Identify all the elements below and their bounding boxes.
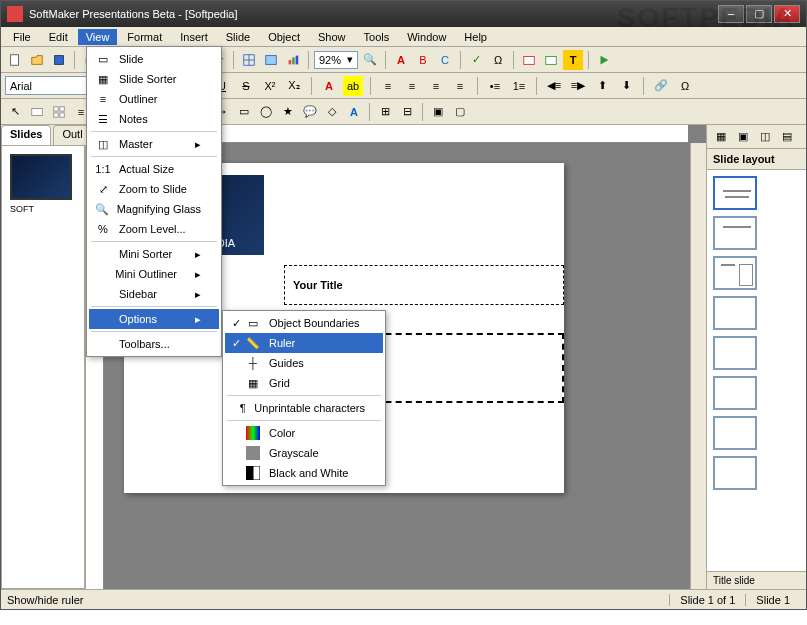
opt-guides[interactable]: ┼Guides	[225, 353, 383, 373]
close-button[interactable]: ✕	[774, 5, 800, 23]
menu-slide[interactable]: Slide	[218, 29, 258, 45]
sidebar-tool-2[interactable]: ▣	[733, 127, 753, 147]
play-button[interactable]	[594, 50, 614, 70]
ungroup-button[interactable]: ⊟	[397, 102, 417, 122]
menu-window[interactable]: Window	[399, 29, 454, 45]
align-justify-button[interactable]: ≡	[450, 76, 470, 96]
star-tool[interactable]: ★	[278, 102, 298, 122]
layout-blank[interactable]	[713, 336, 757, 370]
view-zoom-to-slide[interactable]: ⤢Zoom to Slide	[89, 179, 219, 199]
bring-front-button[interactable]: ▣	[428, 102, 448, 122]
menu-edit[interactable]: Edit	[41, 29, 76, 45]
text-b-button[interactable]: B	[413, 50, 433, 70]
view-toolbars[interactable]: Toolbars...	[89, 334, 219, 354]
open-button[interactable]	[27, 50, 47, 70]
view-sidebar[interactable]: Sidebar▸	[89, 284, 219, 304]
promote-button[interactable]: ⬆	[592, 76, 612, 96]
view-outliner[interactable]: ≡Outliner	[89, 89, 219, 109]
slide-show-button[interactable]	[541, 50, 561, 70]
ellipse-tool[interactable]: ◯	[256, 102, 276, 122]
sidebar-tool-4[interactable]: ▤	[777, 127, 797, 147]
slide-template-button[interactable]: T	[563, 50, 583, 70]
view-slide-sorter[interactable]: ▦Slide Sorter	[89, 69, 219, 89]
view-zoom-level[interactable]: %Zoom Level...	[89, 219, 219, 239]
link-button[interactable]: 🔗	[651, 76, 671, 96]
group-button[interactable]: ⊞	[375, 102, 395, 122]
align-right-button[interactable]: ≡	[426, 76, 446, 96]
bullets-button[interactable]: •≡	[485, 76, 505, 96]
view-magnifying-glass[interactable]: 🔍Magnifying Glass	[89, 199, 219, 219]
layout-title-only[interactable]	[713, 216, 757, 250]
opt-black-white[interactable]: Black and White	[225, 463, 383, 483]
spellcheck-button[interactable]: ✓	[466, 50, 486, 70]
opt-object-boundaries[interactable]: ✓▭Object Boundaries	[225, 313, 383, 333]
sidebar-tool-1[interactable]: ▦	[711, 127, 731, 147]
rect-tool[interactable]: ▭	[234, 102, 254, 122]
numbering-button[interactable]: 1≡	[509, 76, 529, 96]
menu-help[interactable]: Help	[456, 29, 495, 45]
chart-button[interactable]	[283, 50, 303, 70]
view-mini-sorter[interactable]: Mini Sorter▸	[89, 244, 219, 264]
layout-two-content[interactable]	[713, 296, 757, 330]
menu-format[interactable]: Format	[119, 29, 170, 45]
opt-color[interactable]: Color	[225, 423, 383, 443]
opt-grid[interactable]: ▦Grid	[225, 373, 383, 393]
slide-thumbnail-1[interactable]	[10, 154, 72, 200]
sub-button[interactable]: X₂	[284, 76, 304, 96]
align-center-button[interactable]: ≡	[402, 76, 422, 96]
sidebar-tool-3[interactable]: ◫	[755, 127, 775, 147]
highlight-button[interactable]: ab	[343, 76, 363, 96]
opt-grayscale[interactable]: Grayscale	[225, 443, 383, 463]
special-char-button[interactable]: Ω	[488, 50, 508, 70]
layout-8[interactable]	[713, 456, 757, 490]
font-color-button[interactable]: A	[319, 76, 339, 96]
align-left-button[interactable]: ≡	[378, 76, 398, 96]
indent-button[interactable]: ≡▶	[568, 76, 588, 96]
textart-tool[interactable]: A	[344, 102, 364, 122]
layout-6[interactable]	[713, 376, 757, 410]
new-button[interactable]	[5, 50, 25, 70]
layout-content[interactable]	[713, 256, 757, 290]
send-back-button[interactable]: ▢	[450, 102, 470, 122]
minimize-button[interactable]: –	[718, 5, 744, 23]
menu-object[interactable]: Object	[260, 29, 308, 45]
view-sorter-button[interactable]	[49, 102, 69, 122]
strike-button[interactable]: S	[236, 76, 256, 96]
menu-tools[interactable]: Tools	[356, 29, 398, 45]
view-mini-outliner[interactable]: Mini Outliner▸	[89, 264, 219, 284]
symbol-button[interactable]: Ω	[675, 76, 695, 96]
opt-unprintable[interactable]: ¶Unprintable characters	[225, 398, 383, 418]
view-master[interactable]: ◫Master▸	[89, 134, 219, 154]
maximize-button[interactable]: ▢	[746, 5, 772, 23]
vertical-scrollbar[interactable]	[690, 143, 706, 589]
view-slide[interactable]: ▭Slide	[89, 49, 219, 69]
slide-new-button[interactable]	[519, 50, 539, 70]
layout-7[interactable]	[713, 416, 757, 450]
zoom-select[interactable]: 92%▾	[314, 51, 358, 69]
view-slide-button[interactable]	[27, 102, 47, 122]
opt-ruler[interactable]: ✓📏Ruler	[225, 333, 383, 353]
view-actual-size[interactable]: 1:1Actual Size	[89, 159, 219, 179]
save-button[interactable]	[49, 50, 69, 70]
slide-title-placeholder[interactable]: Your Title	[284, 265, 564, 305]
status-hint: Show/hide ruler	[7, 594, 669, 606]
menu-view[interactable]: View	[78, 29, 118, 45]
table-button[interactable]	[239, 50, 259, 70]
callout-tool[interactable]: 💬	[300, 102, 320, 122]
view-notes[interactable]: ☰Notes	[89, 109, 219, 129]
layout-title-slide[interactable]	[713, 176, 757, 210]
menu-insert[interactable]: Insert	[172, 29, 216, 45]
tab-slides[interactable]: Slides	[1, 125, 51, 145]
super-button[interactable]: X²	[260, 76, 280, 96]
text-c-button[interactable]: C	[435, 50, 455, 70]
text-a-button[interactable]: A	[391, 50, 411, 70]
menu-show[interactable]: Show	[310, 29, 354, 45]
autoshape-tool[interactable]: ◇	[322, 102, 342, 122]
outdent-button[interactable]: ◀≡	[544, 76, 564, 96]
select-tool[interactable]: ↖	[5, 102, 25, 122]
demote-button[interactable]: ⬇	[616, 76, 636, 96]
picture-button[interactable]	[261, 50, 281, 70]
view-options[interactable]: Options▸	[89, 309, 219, 329]
menu-file[interactable]: File	[5, 29, 39, 45]
zoom-icon[interactable]: 🔍	[360, 50, 380, 70]
